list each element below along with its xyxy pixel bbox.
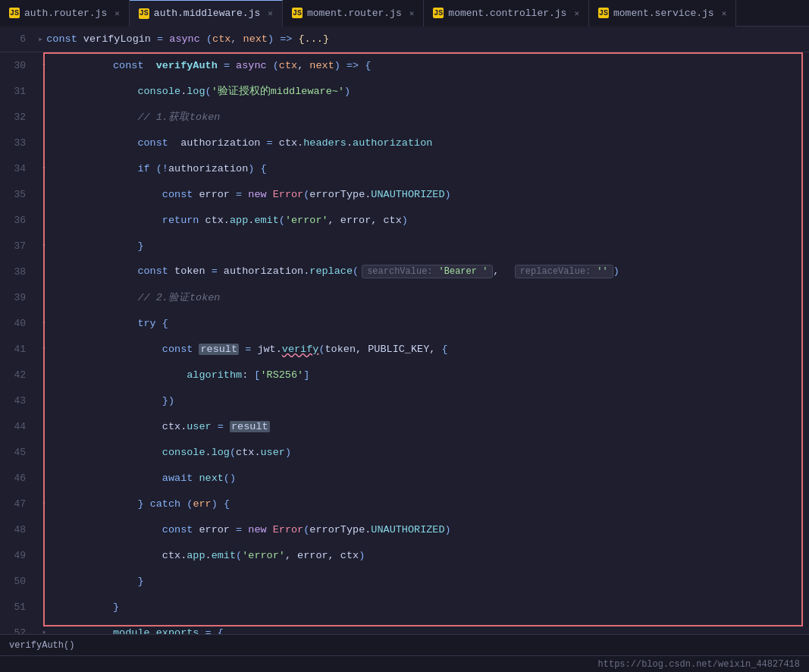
tab-icon-moment-service: JS <box>598 8 609 18</box>
tab-label-auth-middleware: auth.middleware.js <box>154 8 260 19</box>
code-line-50: 50 } <box>0 568 809 594</box>
line-num-40: 40 <box>0 318 38 329</box>
line-num-44: 44 <box>0 421 38 432</box>
close-tab-auth-middleware[interactable]: ✕ <box>268 8 273 18</box>
line-num-38: 38 <box>0 266 38 278</box>
tab-icon-auth-router: JS <box>9 8 20 18</box>
lines-wrapper: 30 ▾ const verifyAuth = async (ctx, next… <box>0 52 809 671</box>
bottom-tab-verify-auth[interactable]: verifyAuth() <box>6 640 77 651</box>
folded-line-6: 6 ▸ const verifyLogin = async (ctx, next… <box>0 27 809 52</box>
line-num-34: 34 <box>0 163 38 174</box>
status-bar: https://blog.csdn.net/weixin_44827418 <box>0 655 809 672</box>
fold-37: ▾ <box>38 241 50 250</box>
tab-bar: JS auth.router.js ✕ JS auth.middleware.j… <box>0 0 809 27</box>
line-num-43: 43 <box>0 395 38 407</box>
line-num-47: 47 <box>0 498 38 510</box>
close-tab-moment-controller[interactable]: ✕ <box>574 8 579 18</box>
close-tab-moment-service[interactable]: ✕ <box>722 8 727 18</box>
folded-line-content: const verifyLogin = async (ctx, next) =>… <box>46 33 329 45</box>
line-num-42: 42 <box>0 369 38 381</box>
tab-auth-middleware[interactable]: JS auth.middleware.js ✕ <box>130 0 283 27</box>
fold-30[interactable]: ▾ <box>38 61 50 70</box>
line-num-31: 31 <box>0 86 38 97</box>
line-num-41: 41 <box>0 344 38 355</box>
line-num-51: 51 <box>0 601 38 613</box>
fold-40[interactable]: ▾ <box>38 319 50 328</box>
tab-moment-controller[interactable]: JS moment.controller.js ✕ <box>424 0 589 27</box>
code-container: 30 ▾ const verifyAuth = async (ctx, next… <box>0 52 809 672</box>
line-number-6: 6 <box>0 33 38 45</box>
tab-icon-auth-middleware: JS <box>139 8 149 19</box>
code-area: 6 ▸ const verifyLogin = async (ctx, next… <box>0 27 809 672</box>
line-num-32: 32 <box>0 111 38 123</box>
line-num-46: 46 <box>0 473 38 484</box>
line-num-33: 33 <box>0 137 38 149</box>
bottom-tabs: verifyAuth() <box>0 634 809 655</box>
line-num-50: 50 <box>0 576 38 587</box>
status-url: https://blog.csdn.net/weixin_44827418 <box>598 659 800 670</box>
tab-label-moment-controller: moment.controller.js <box>448 8 566 19</box>
line-num-49: 49 <box>0 550 38 561</box>
tab-icon-moment-controller: JS <box>433 8 444 18</box>
line-num-48: 48 <box>0 524 38 535</box>
line-num-35: 35 <box>0 189 38 200</box>
tab-icon-moment-router: JS <box>292 8 303 18</box>
tab-label-moment-router: moment.router.js <box>307 8 402 19</box>
close-tab-auth-router[interactable]: ✕ <box>114 8 120 18</box>
line-num-36: 36 <box>0 215 38 226</box>
line-num-39: 39 <box>0 292 38 303</box>
line-num-37: 37 <box>0 240 38 252</box>
tab-moment-service[interactable]: JS moment.service.js ✕ <box>589 0 736 27</box>
fold-icon-6[interactable]: ▸ <box>38 33 43 45</box>
tab-label-moment-service: moment.service.js <box>613 8 714 19</box>
tab-auth-router[interactable]: JS auth.router.js ✕ <box>0 0 130 27</box>
line-num-45: 45 <box>0 447 38 458</box>
fold-47[interactable]: ▾ <box>38 499 50 508</box>
tab-label-auth-router: auth.router.js <box>24 8 107 19</box>
close-tab-moment-router[interactable]: ✕ <box>409 8 415 18</box>
line-num-30: 30 <box>0 60 38 71</box>
tab-moment-router[interactable]: JS moment.router.js ✕ <box>283 0 424 27</box>
fold-34[interactable]: ▾ <box>38 164 50 173</box>
fold-41[interactable]: ▾ <box>38 344 50 353</box>
